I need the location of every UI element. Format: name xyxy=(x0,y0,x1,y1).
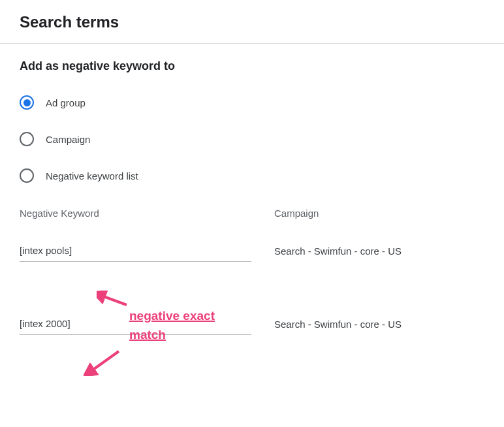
table-header-row: Negative Keyword Campaign xyxy=(20,208,484,219)
radio-icon xyxy=(20,95,34,110)
page-title: Search terms xyxy=(20,13,484,31)
radio-group-target: Ad group Campaign Negative keyword list xyxy=(20,95,484,183)
arrow-icon xyxy=(84,349,123,376)
arrow-icon xyxy=(97,291,129,308)
column-header-campaign: Campaign xyxy=(274,208,484,219)
radio-label: Campaign xyxy=(46,134,90,145)
radio-label: Negative keyword list xyxy=(46,170,138,182)
table-row: Search - Swimfun - core - US xyxy=(20,241,484,262)
section-title: Add as negative keyword to xyxy=(20,59,484,73)
svg-line-1 xyxy=(91,351,119,371)
negative-keyword-input[interactable] xyxy=(20,241,251,262)
main-content: Add as negative keyword to Ad group Camp… xyxy=(0,44,504,335)
campaign-cell: Search - Swimfun - core - US xyxy=(274,245,484,262)
radio-icon xyxy=(20,168,34,183)
radio-negative-list[interactable]: Negative keyword list xyxy=(20,168,484,183)
svg-line-0 xyxy=(102,296,127,305)
column-header-keyword: Negative Keyword xyxy=(20,208,274,219)
campaign-cell: Search - Swimfun - core - US xyxy=(274,319,484,335)
annotation-label: negative exact match xyxy=(129,307,234,344)
radio-ad-group[interactable]: Ad group xyxy=(20,95,484,110)
page-header: Search terms xyxy=(0,0,504,43)
radio-campaign[interactable]: Campaign xyxy=(20,132,484,146)
radio-label: Ad group xyxy=(46,97,86,108)
table-row: Search - Swimfun - core - US xyxy=(20,314,484,335)
radio-icon xyxy=(20,132,34,146)
